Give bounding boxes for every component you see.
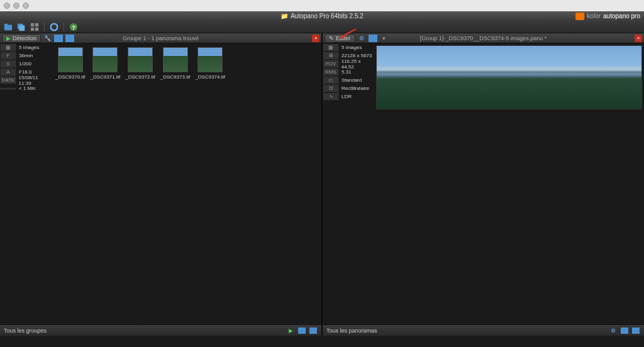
footer-settings-button[interactable]: ⚙ <box>609 326 618 335</box>
svg-rect-7 <box>35 27 38 30</box>
panorama-image <box>376 45 642 109</box>
thumbnail[interactable]: _DSC9374.tif <box>195 47 225 80</box>
edit-icon: ✎ <box>329 35 334 41</box>
traffic-close[interactable] <box>4 3 10 9</box>
main-toolbar: ? <box>0 21 644 33</box>
thumbnail[interactable]: _DSC9370.tif <box>55 47 86 80</box>
help-button[interactable]: ? <box>68 22 79 32</box>
wrench-button[interactable]: 🔧 <box>42 34 52 43</box>
open-folder-button[interactable] <box>3 22 14 32</box>
add-images-button[interactable] <box>16 22 27 32</box>
svg-rect-3 <box>19 25 25 31</box>
panorama-header: ✎ Editer ⚙ ▾ [Group 1]-_DSC9370__DSC9374… <box>323 33 644 43</box>
footer-img2-button[interactable]: × <box>309 326 318 335</box>
thumb-image <box>58 47 83 72</box>
close-panorama-button[interactable]: × <box>635 35 642 42</box>
thumb-image <box>128 47 153 72</box>
app-title: Autopano Pro 64bits 2.5.2 <box>291 13 364 19</box>
svg-rect-5 <box>35 23 38 26</box>
svg-rect-6 <box>31 27 34 30</box>
svg-rect-14 <box>369 35 377 42</box>
detection-button[interactable]: ▶ Détection <box>2 34 41 43</box>
panorama-metadata-panel: ▦5 images ⊞22128 x 5673 FOV116.25 x 44.5… <box>323 43 374 324</box>
pano-render-button[interactable] <box>368 34 378 43</box>
image-tool-2-button[interactable] <box>65 34 75 43</box>
image-tool-1-button[interactable] <box>53 34 64 43</box>
brand: kolor autopano pro <box>575 13 640 20</box>
thumbnail[interactable]: _DSC9371.tif <box>91 47 121 80</box>
status-bar: Tous les groupes ▶ × Tous les panoramas … <box>0 324 644 336</box>
brand-logo-icon <box>575 13 584 20</box>
svg-rect-13 <box>65 35 74 42</box>
footer-panoramas-label: Tous les panoramas <box>326 328 377 334</box>
thumbnail[interactable]: _DSC9373.tif <box>160 47 191 80</box>
groups-header: ▶ Détection 🔧 Groupe 1 - 1 panorama trou… <box>0 33 321 43</box>
svg-point-9 <box>53 26 55 28</box>
svg-rect-4 <box>31 23 34 26</box>
thumb-image <box>197 47 223 72</box>
svg-text:?: ? <box>72 23 75 30</box>
panorama-preview[interactable] <box>374 43 644 324</box>
svg-rect-12 <box>54 35 63 42</box>
svg-rect-1 <box>4 23 8 25</box>
svg-text:×: × <box>638 329 640 334</box>
close-group-button[interactable]: × <box>312 35 319 42</box>
footer-render-button[interactable] <box>620 326 629 335</box>
image-metadata-panel: ▦5 images F36mm S1/200 AF18.0 DATE15/08/… <box>0 43 52 324</box>
play-icon: ▶ <box>6 35 11 41</box>
traffic-min[interactable] <box>13 3 19 9</box>
thumb-image <box>92 47 118 72</box>
footer-img1-button[interactable] <box>297 326 306 335</box>
settings-button[interactable] <box>48 22 60 32</box>
footer-delete-button[interactable]: × <box>631 326 640 335</box>
traffic-max[interactable] <box>23 3 29 9</box>
svg-text:×: × <box>316 329 317 334</box>
thumbnail[interactable]: _DSC9372.tif <box>125 47 155 80</box>
footer-groups-label: Tous les groupes <box>4 328 47 334</box>
panorama-title: [Group 1]-_DSC9370__DSC9374-5 images.pan… <box>420 35 547 41</box>
svg-rect-18 <box>621 328 628 334</box>
title-bar: 📁 Autopano Pro 64bits 2.5.2 kolor autopa… <box>0 11 644 21</box>
window-traffic-lights <box>0 0 644 11</box>
grid-button[interactable] <box>29 22 40 32</box>
group-title: Groupe 1 - 1 panorama trouvé <box>123 35 199 41</box>
footer-play-button[interactable]: ▶ <box>286 326 295 335</box>
groups-pane: ▶ Détection 🔧 Groupe 1 - 1 panorama trou… <box>0 33 323 324</box>
thumb-image <box>163 47 188 72</box>
panorama-pane: ✎ Editer ⚙ ▾ [Group 1]-_DSC9370__DSC9374… <box>323 33 644 324</box>
edit-button[interactable]: ✎ Editer <box>325 34 355 43</box>
pano-settings-button[interactable]: ⚙ <box>357 34 367 43</box>
svg-rect-15 <box>298 328 306 334</box>
svg-rect-0 <box>4 25 12 30</box>
pano-dropdown-button[interactable]: ▾ <box>379 34 389 43</box>
thumbnail-strip: _DSC9370.tif _DSC9371.tif _DSC9372.tif _… <box>52 43 321 324</box>
